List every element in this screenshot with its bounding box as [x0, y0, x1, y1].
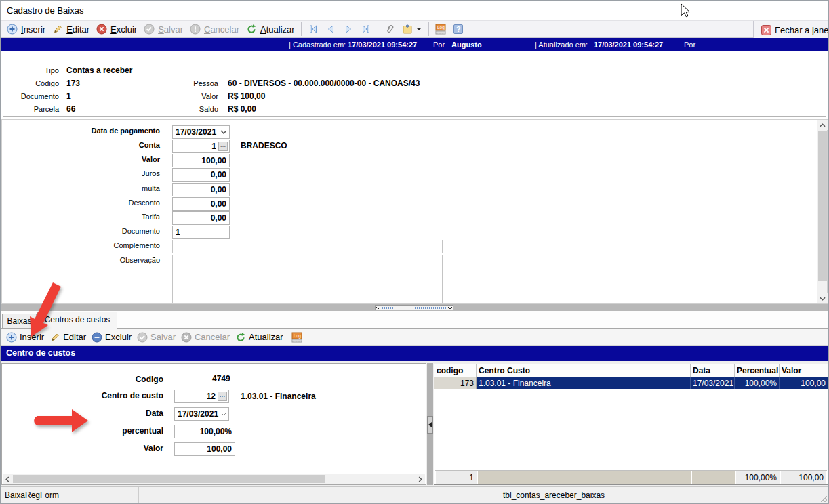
resize-grip[interactable]: [820, 495, 827, 502]
form-vertical-scrollbar[interactable]: [817, 120, 827, 303]
chevron-down-icon: [218, 412, 228, 416]
cc-editar-button[interactable]: Editar: [47, 331, 89, 343]
valor-input[interactable]: [172, 154, 230, 167]
scrollbar-thumb[interactable]: [818, 131, 827, 281]
cc-atualizar-button[interactable]: Atualizar: [232, 331, 286, 343]
help-button[interactable]: ?: [449, 23, 467, 35]
payment-form-panel: Data de pagamento 17/03/2021 Conta … BRA…: [1, 119, 828, 304]
documento-input[interactable]: [172, 226, 230, 239]
cc-percentual-input[interactable]: [174, 425, 235, 438]
prior-record-button[interactable]: [322, 23, 340, 35]
grid-footer-valor: 100,00: [780, 471, 827, 484]
next-record-button[interactable]: [340, 23, 357, 35]
salvar-button[interactable]: Salvar: [140, 23, 186, 35]
tarifa-label: Tarifa: [58, 210, 160, 221]
cc-centro-input[interactable]: [175, 390, 218, 402]
excluir-button[interactable]: Excluir: [93, 23, 140, 35]
tab-centros-de-custos[interactable]: Centros de custos: [37, 312, 117, 329]
desconto-input[interactable]: [172, 197, 230, 211]
cc-valor-input[interactable]: [174, 442, 235, 456]
svg-text:?: ?: [456, 25, 461, 33]
chevron-down-icon: [218, 130, 229, 134]
chevron-down-icon: [447, 306, 453, 310]
pessoa-label: Pessoa: [167, 79, 218, 87]
cc-centro-lookup-button[interactable]: …: [218, 392, 227, 401]
centro-custos-toolbar: Inserir Editar Excluir Salvar Cancelar A…: [1, 329, 828, 346]
scroll-left-icon[interactable]: [3, 474, 12, 484]
conta-lookup-button[interactable]: …: [218, 142, 228, 151]
edit-pencil-icon: [49, 332, 60, 343]
conta-nome-text: BRADESCO: [241, 141, 287, 150]
toolbar-separator: [378, 22, 378, 36]
atualizar-button[interactable]: Atualizar: [243, 23, 298, 35]
grid-header-centro-custo[interactable]: Centro Custo: [477, 364, 691, 377]
cc-form-horizontal-scrollbar[interactable]: [3, 474, 425, 484]
first-record-button[interactable]: [304, 23, 322, 35]
tab-baixas[interactable]: Baixas: [2, 314, 37, 328]
splitter-collapse-left-icon[interactable]: [427, 416, 433, 434]
grid-header-row: codigo Centro Custo Data Percentual Valo…: [434, 364, 828, 377]
cancelar-button[interactable]: Cancelar: [186, 23, 243, 35]
scroll-down-icon[interactable]: [817, 293, 828, 303]
edit-pencil-icon: [52, 24, 63, 35]
cc-inserir-button[interactable]: Inserir: [3, 331, 47, 343]
scroll-up-icon[interactable]: [817, 120, 828, 130]
cc-cancelar-button[interactable]: Cancelar: [178, 331, 232, 343]
last-record-button[interactable]: [357, 23, 375, 35]
section-header-centro-de-custos: Centro de custos: [1, 346, 828, 361]
grid-footer-count: 1: [435, 471, 477, 484]
centro-custos-area: Codigo 4749 Centro de custo … 1.03.01 - …: [1, 361, 828, 486]
saldo-value: R$ 0,00: [228, 104, 256, 114]
complemento-input[interactable]: [172, 240, 443, 253]
editar-button[interactable]: Editar: [49, 23, 93, 35]
cc-codigo-label: Codigo: [55, 372, 163, 384]
insert-plus-circle-icon: [6, 332, 17, 343]
status-table-name: tbl_contas_areceber_baixas: [445, 487, 828, 503]
next-record-icon: [343, 24, 354, 35]
complemento-label: Complemento: [58, 238, 160, 249]
cc-excluir-button[interactable]: Excluir: [89, 331, 134, 343]
grid-row-selected[interactable]: 173 1.03.01 - Financeira 17/03/2021 100,…: [434, 377, 828, 389]
status-bar: BaixaRegForm tbl_contas_areceber_baixas: [1, 486, 828, 503]
cc-salvar-button[interactable]: Salvar: [134, 331, 178, 343]
observacao-textarea[interactable]: [172, 255, 443, 303]
created-by-value: Augusto: [451, 41, 482, 49]
valor-value: R$ 100,00: [228, 91, 265, 101]
refresh-green-icon: [235, 332, 246, 343]
data-pagamento-combo[interactable]: 17/03/2021: [172, 125, 230, 139]
horizontal-splitter[interactable]: [0, 304, 829, 311]
vertical-splitter[interactable]: [427, 363, 433, 485]
conta-field-group: …: [172, 140, 230, 153]
cc-centro-nome-text: 1.03.01 - Financeira: [241, 392, 316, 401]
splitter-collapse-handle[interactable]: [375, 305, 453, 310]
grid-header-percentual[interactable]: Percentual: [735, 364, 780, 377]
scroll-right-icon[interactable]: [416, 474, 425, 484]
documento-label: Documento: [5, 92, 59, 100]
note-button[interactable]: [399, 23, 426, 35]
created-at-label: | Cadastrado em:: [289, 41, 346, 49]
cc-centro-label: Centro de custo: [55, 388, 163, 400]
valor-label: Valor: [167, 92, 218, 100]
grid-header-valor[interactable]: Valor: [780, 364, 828, 377]
cc-log-button[interactable]: Log: [289, 331, 305, 343]
updated-at-label: | Atualizado em:: [535, 41, 588, 49]
fechar-janela-button[interactable]: Fechar a janela: [760, 24, 829, 36]
attachment-button[interactable]: [381, 23, 399, 35]
multa-input[interactable]: [172, 183, 230, 196]
inserir-button[interactable]: Inserir: [3, 23, 49, 35]
scrollbar-thumb[interactable]: [13, 475, 325, 483]
grid-footer-row: 1 100,00% 100,00: [435, 470, 827, 484]
conta-input[interactable]: [173, 140, 218, 152]
tarifa-input[interactable]: [172, 211, 230, 225]
log-button[interactable]: Log: [432, 23, 449, 35]
grid-header-data[interactable]: Data: [691, 364, 735, 377]
grid-header-codigo[interactable]: codigo: [434, 364, 477, 377]
codigo-label: Código: [5, 79, 59, 87]
data-pagamento-label: Data de pagamento: [58, 124, 160, 135]
first-record-icon: [308, 24, 319, 35]
juros-input[interactable]: [172, 168, 230, 182]
cc-data-combo[interactable]: 17/03/2021: [174, 407, 229, 421]
svg-text:Log: Log: [294, 333, 301, 339]
window-titlebar: Cadastro de Baixas: [0, 0, 829, 20]
centro-custos-form-panel: Codigo 4749 Centro de custo … 1.03.01 - …: [1, 363, 426, 485]
